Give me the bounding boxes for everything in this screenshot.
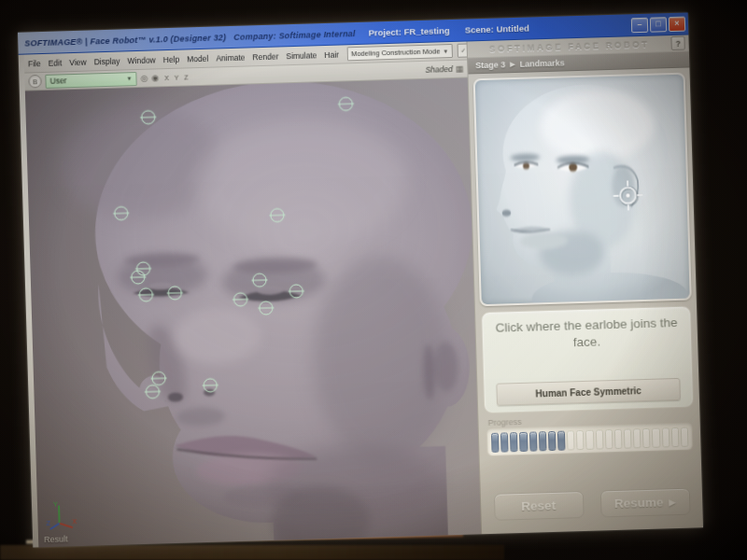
- resume-button-label: Resume: [614, 495, 664, 511]
- instruction-text: Click where the earlobe joins the face.: [491, 315, 682, 354]
- face-landmark[interactable]: [252, 273, 266, 287]
- menu-item-help[interactable]: Help: [159, 54, 183, 64]
- face-landmark[interactable]: [141, 110, 155, 124]
- svg-text:X: X: [72, 518, 77, 525]
- stage-panel: SOFTIMAGE FACE ROBOT ? Stage 3 ▶ Landmar…: [466, 35, 703, 534]
- landmarks-layer: [25, 78, 481, 548]
- menu-item-view[interactable]: View: [65, 57, 91, 67]
- project-label: Project: FR_testing: [368, 25, 449, 38]
- progress-segment: [624, 428, 632, 448]
- content-row: FileEditViewDisplayWindowHelpModelAnimat…: [19, 35, 703, 547]
- progress-segment: [529, 431, 537, 451]
- face-landmark[interactable]: [289, 284, 303, 298]
- stage-number-label: Stage 3: [475, 60, 505, 70]
- menu-item-simulate[interactable]: Simulate: [282, 50, 320, 61]
- progress-segment: [539, 431, 547, 451]
- progress-segment: [670, 427, 679, 446]
- progress-segment: [567, 430, 575, 450]
- close-button[interactable]: ×: [669, 16, 685, 32]
- menu-item-model[interactable]: Model: [183, 53, 212, 63]
- axis-letters[interactable]: X Y Z: [164, 74, 190, 81]
- svg-text:Y: Y: [53, 501, 58, 508]
- minimize-button[interactable]: –: [631, 17, 648, 33]
- menu-item-edit[interactable]: Edit: [45, 58, 66, 68]
- face-landmark[interactable]: [146, 385, 160, 399]
- status-result-label: Result: [44, 534, 68, 544]
- stage-arrow-icon: ▶: [510, 61, 515, 68]
- face-landmark[interactable]: [114, 206, 128, 220]
- progress-segment: [510, 432, 518, 452]
- application-window: SOFTIMAGE® | Face Robot™ v.1.0 (Designer…: [18, 12, 703, 547]
- window-controls: – □ ×: [631, 16, 685, 33]
- view-type-label: User: [49, 76, 66, 86]
- construction-mode-select[interactable]: Modeling Construction Mode ▼: [347, 44, 453, 61]
- menu-item-window[interactable]: Window: [123, 55, 160, 65]
- progress-segment: [633, 428, 641, 448]
- menu-item-render[interactable]: Render: [248, 51, 282, 62]
- instruction-box: Click where the earlobe joins the face. …: [481, 306, 694, 414]
- progress-segment: [614, 428, 623, 448]
- left-column: FileEditViewDisplayWindowHelpModelAnimat…: [19, 42, 481, 548]
- face-landmark[interactable]: [131, 270, 145, 284]
- progress-segment: [642, 427, 651, 447]
- svg-text:Z: Z: [46, 520, 50, 526]
- construction-mode-label: Modeling Construction Mode: [351, 47, 441, 58]
- preset-button[interactable]: Human Face Symmetric: [496, 378, 681, 406]
- table-edge: [0, 545, 504, 560]
- reference-head-render: [475, 75, 690, 305]
- progress-segment: [585, 429, 594, 449]
- face-landmark[interactable]: [259, 301, 273, 315]
- progress-segment: [661, 427, 669, 447]
- resume-button[interactable]: Resume ▶: [599, 488, 690, 518]
- softimage-watermark: SOFTIMAGE FACE ROBOT: [468, 38, 671, 54]
- menu-item-display[interactable]: Display: [90, 56, 123, 66]
- progress-segment: [491, 432, 500, 452]
- progress-segment: [681, 427, 689, 446]
- face-landmark[interactable]: [270, 208, 284, 222]
- panel-buttons-row: Reset Resume ▶: [481, 487, 703, 534]
- progress-segment: [652, 427, 660, 447]
- eye-icon[interactable]: ◉: [151, 74, 159, 82]
- menu-item-file[interactable]: File: [24, 58, 45, 68]
- pass-icon: ✓: [460, 47, 466, 54]
- face-landmark[interactable]: [139, 287, 153, 301]
- resume-arrow-icon: ▶: [669, 497, 675, 507]
- face-landmark[interactable]: [204, 378, 218, 392]
- camera-icon[interactable]: ◎: [140, 74, 148, 82]
- chevron-down-icon: ▼: [443, 49, 448, 54]
- progress-segment: [595, 429, 603, 449]
- scene-label: Scene: Untitled: [465, 23, 529, 35]
- progress-segment: [519, 431, 528, 451]
- viewport-header-right: Shaded ▦: [425, 64, 463, 75]
- menu-item-animate[interactable]: Animate: [212, 52, 248, 63]
- progress-segment: [557, 430, 566, 450]
- progress-segment: [605, 429, 613, 449]
- menu-item-hair[interactable]: Hair: [320, 49, 343, 60]
- progress-track: [486, 423, 694, 457]
- face-landmark[interactable]: [339, 97, 353, 111]
- face-landmark[interactable]: [151, 371, 165, 385]
- window-title: SOFTIMAGE® | Face Robot™ v.1.0 (Designer…: [24, 29, 356, 49]
- progress-segment: [548, 430, 557, 450]
- viewport-canvas[interactable]: Y X Z Result: [25, 78, 481, 548]
- axis-gizmo-icon: Y X Z: [45, 497, 78, 532]
- grid-icon[interactable]: ▦: [456, 64, 464, 74]
- progress-group: Progress: [486, 413, 693, 457]
- pass-select[interactable]: ✓ Default_Pass ▼: [457, 42, 467, 58]
- face-landmark[interactable]: [233, 292, 247, 306]
- face-landmark[interactable]: [168, 286, 182, 300]
- stage-name-label: Landmarks: [519, 58, 564, 68]
- reset-button[interactable]: Reset: [493, 491, 584, 521]
- display-mode-select[interactable]: Shaded: [425, 64, 453, 75]
- chevron-down-icon: ▼: [126, 76, 132, 81]
- reset-button-label: Reset: [521, 498, 556, 513]
- restore-button[interactable]: □: [650, 17, 667, 33]
- viewport-letter-button[interactable]: B: [28, 75, 41, 88]
- progress-segment: [500, 432, 509, 452]
- reference-image[interactable]: [473, 73, 692, 307]
- help-button[interactable]: ?: [670, 36, 684, 50]
- view-type-select[interactable]: User ▼: [45, 72, 136, 89]
- progress-segment: [576, 429, 585, 449]
